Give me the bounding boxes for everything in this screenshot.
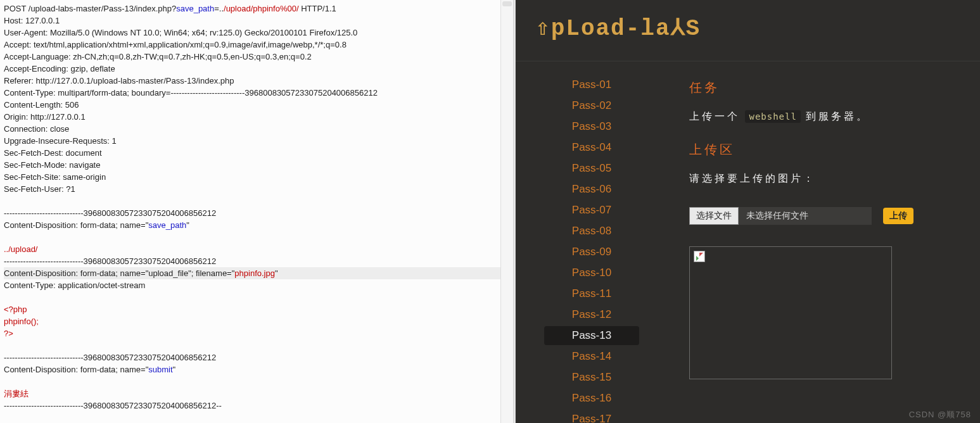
request-header: User-Agent: Mozilla/5.0 (Windows NT 10.0… (4, 27, 509, 39)
scrollbar[interactable] (500, 0, 513, 423)
upload-preview (689, 246, 892, 379)
php-payload: ?> (4, 327, 509, 339)
section-upload-title: 上传区 (689, 141, 967, 158)
sidebar-item-pass-03[interactable]: Pass-03 (544, 117, 639, 136)
content-disposition: Content-Disposition: form-data; name="sa… (4, 219, 509, 231)
sidebar-item-pass-13[interactable]: Pass-13 (544, 326, 639, 345)
sidebar-item-pass-14[interactable]: Pass-14 (544, 347, 639, 366)
broken-image-icon (694, 251, 705, 262)
sidebar-item-pass-17[interactable]: Pass-17 (544, 410, 639, 423)
sidebar-item-pass-01[interactable]: Pass-01 (544, 75, 639, 94)
request-header: Accept-Language: zh-CN,zh;q=0.8,zh-TW;q=… (4, 51, 509, 63)
request-header: Connection: close (4, 123, 509, 135)
sidebar-item-pass-09[interactable]: Pass-09 (544, 243, 639, 262)
sidebar-item-pass-10[interactable]: Pass-10 (544, 263, 639, 282)
request-header: Upgrade-Insecure-Requests: 1 (4, 135, 509, 147)
multipart-boundary: -----------------------------39680083057… (4, 400, 509, 412)
sidebar-item-pass-07[interactable]: Pass-07 (544, 201, 639, 220)
multipart-boundary: -----------------------------39680083057… (4, 207, 509, 219)
upload-controls: 选择文件 未选择任何文件 上传 (689, 207, 967, 225)
logo: ⇧pLoad-la⅄S (536, 14, 974, 42)
file-picker[interactable]: 选择文件 未选择任何文件 (689, 207, 872, 225)
upload-instruction: 请选择要上传的图片： (689, 172, 967, 186)
sidebar-item-pass-04[interactable]: Pass-04 (544, 138, 639, 157)
save-path-value: ../upload/ (4, 243, 509, 255)
part-content-type: Content-Type: application/octet-stream (4, 279, 509, 291)
sidebar-item-pass-15[interactable]: Pass-15 (544, 368, 639, 387)
sidebar-item-pass-08[interactable]: Pass-08 (544, 222, 639, 241)
request-line: POST /upload-labs-master/Pass-13/index.p… (4, 3, 509, 15)
request-header: Sec-Fetch-Mode: navigate (4, 159, 509, 171)
header: ⇧pLoad-la⅄S (516, 0, 980, 61)
php-payload: phpinfo(); (4, 315, 509, 327)
upload-labs-app: ⇧pLoad-la⅄S Pass-01Pass-02Pass-03Pass-04… (516, 0, 980, 423)
request-header: Content-Type: multipart/form-data; bound… (4, 87, 509, 99)
php-payload: <?php (4, 303, 509, 315)
request-header: Accept-Encoding: gzip, deflate (4, 63, 509, 75)
code-chip: webshell (745, 110, 800, 123)
sidebar-item-pass-02[interactable]: Pass-02 (544, 96, 639, 115)
sidebar-item-pass-12[interactable]: Pass-12 (544, 305, 639, 324)
sidebar-item-pass-16[interactable]: Pass-16 (544, 389, 639, 408)
http-request-pane[interactable]: POST /upload-labs-master/Pass-13/index.p… (0, 0, 513, 423)
content-disposition: Content-Disposition: form-data; name="su… (4, 363, 509, 376)
request-header: Sec-Fetch-Dest: document (4, 147, 509, 159)
sidebar-item-pass-06[interactable]: Pass-06 (544, 180, 639, 199)
submit-value: 涓婁紶 (4, 388, 509, 400)
sidebar-item-pass-11[interactable]: Pass-11 (544, 284, 639, 303)
request-header: Host: 127.0.0.1 (4, 15, 509, 27)
file-status: 未选择任何文件 (739, 207, 872, 225)
main-content: 任务 上传一个 webshell 到服务器。 上传区 请选择要上传的图片： 选择… (668, 61, 980, 423)
upload-button[interactable]: 上传 (883, 208, 913, 224)
request-header: Sec-Fetch-Site: same-origin (4, 171, 509, 183)
request-header: Content-Length: 506 (4, 99, 509, 111)
sidebar: Pass-01Pass-02Pass-03Pass-04Pass-05Pass-… (516, 61, 668, 423)
section-task-title: 任务 (689, 79, 967, 96)
choose-file-button[interactable]: 选择文件 (689, 207, 739, 225)
content-disposition-upload: Content-Disposition: form-data; name="up… (4, 267, 509, 279)
task-description: 上传一个 webshell 到服务器。 (689, 110, 967, 123)
multipart-boundary: -----------------------------39680083057… (4, 255, 509, 267)
request-header: Accept: text/html,application/xhtml+xml,… (4, 39, 509, 51)
sidebar-item-pass-05[interactable]: Pass-05 (544, 159, 639, 178)
request-header: Origin: http://127.0.0.1 (4, 111, 509, 123)
multipart-boundary: -----------------------------39680083057… (4, 351, 509, 363)
request-header: Referer: http://127.0.0.1/upload-labs-ma… (4, 75, 509, 87)
request-header: Sec-Fetch-User: ?1 (4, 183, 509, 195)
watermark: CSDN @顺758 (909, 409, 971, 420)
